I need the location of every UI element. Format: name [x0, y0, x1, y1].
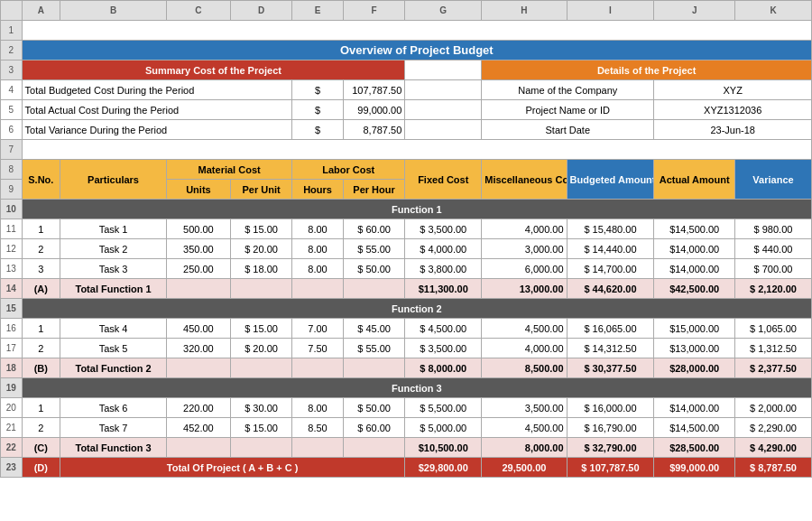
misc-cost-header: Miscellaneous Cost	[482, 160, 567, 200]
f1-t3-sno: 3	[22, 259, 60, 279]
budgeted-cost-label: Total Budgeted Cost During the Period	[22, 80, 292, 100]
f3-t1-per-unit: $ 30.00	[230, 398, 291, 418]
row-num-1: 1	[1, 21, 23, 41]
f1-t1-particulars: Task 1	[60, 219, 167, 239]
f1-t1-sno: 1	[22, 219, 60, 239]
row-num-18: 18	[1, 358, 23, 378]
row-10: 10 Function 1	[1, 200, 812, 219]
f1-t2-sno: 2	[22, 239, 60, 259]
f1-t3-misc: 6,000.00	[482, 259, 567, 279]
row-15: 15 Function 2	[1, 299, 812, 319]
start-date-value: 23-Jun-18	[654, 120, 812, 140]
function3-header: Function 3	[22, 378, 811, 398]
f3-t2-misc: 4,500.00	[482, 418, 567, 438]
tf3-fixed: $10,500.00	[405, 438, 482, 458]
tf1-particulars: Total Function 1	[60, 279, 167, 299]
f1-t3-budgeted: $ 14,700.00	[567, 259, 654, 279]
row-20: 20 1 Task 6 220.00 $ 30.00 8.00 $ 50.00 …	[1, 398, 812, 418]
tf3-per-hour	[343, 438, 404, 458]
f1-t2-misc: 3,000.00	[482, 239, 567, 259]
tf3-actual: $28,500.00	[654, 438, 735, 458]
f1-t1-budgeted: $ 15,480.00	[567, 219, 654, 239]
col-label-h: H	[482, 1, 567, 21]
f1-t2-units: 350.00	[167, 239, 231, 259]
f2-t1-actual: $15,000.00	[654, 319, 735, 339]
f1-t2-fixed: $ 4,000.00	[405, 239, 482, 259]
col-label-k: K	[734, 1, 811, 21]
gt-fixed: $29,800.00	[405, 458, 482, 478]
col-label-g: G	[405, 1, 482, 21]
col-label-f: F	[343, 1, 404, 21]
tf3-units	[167, 438, 231, 458]
gt-actual: $99,000.00	[654, 458, 735, 478]
tf1-actual: $42,500.00	[654, 279, 735, 299]
col-label-e: E	[292, 1, 344, 21]
row-num-22: 22	[1, 438, 23, 458]
f2-t1-particulars: Task 4	[60, 319, 167, 339]
f3-t1-units: 220.00	[167, 398, 231, 418]
gt-particulars: Total Of Project ( A + B + C )	[60, 458, 405, 478]
tf2-actual: $28,000.00	[654, 358, 735, 378]
row6-spacer	[405, 120, 482, 140]
f3-t1-per-hour: $ 50.00	[343, 398, 404, 418]
row-num-5: 5	[1, 100, 23, 120]
f2-t2-per-unit: $ 20.00	[230, 339, 291, 358]
row-11: 11 1 Task 1 500.00 $ 15.00 8.00 $ 60.00 …	[1, 219, 812, 239]
tf3-label: (C)	[22, 438, 60, 458]
f2-t2-units: 320.00	[167, 339, 231, 358]
row-2: 2 Overview of Project Budget	[1, 41, 812, 60]
gt-misc: 29,500.00	[482, 458, 567, 478]
f3-t2-per-hour: $ 60.00	[343, 418, 404, 438]
row-21: 21 2 Task 7 452.00 $ 15.00 8.50 $ 60.00 …	[1, 418, 812, 438]
f2-t1-per-hour: $ 45.00	[343, 319, 404, 339]
per-hour-header: Per Hour	[343, 180, 404, 200]
project-name-value: XYZ1312036	[654, 100, 812, 120]
row-7: 7	[1, 140, 812, 160]
f2-t2-sno: 2	[22, 339, 60, 358]
actual-cost-currency: $	[292, 100, 344, 120]
variance-label: Total Variance During the Period	[22, 120, 292, 140]
f2-t1-budgeted: $ 16,065.00	[567, 319, 654, 339]
tf1-variance: $ 2,120.00	[734, 279, 811, 299]
f1-t1-fixed: $ 3,500.00	[405, 219, 482, 239]
f1-t1-units: 500.00	[167, 219, 231, 239]
gt-label: (D)	[22, 458, 60, 478]
tf2-misc: 8,500.00	[482, 358, 567, 378]
function1-header: Function 1	[22, 200, 811, 219]
tf2-units	[167, 358, 231, 378]
tf2-per-unit	[230, 358, 291, 378]
f3-t1-sno: 1	[22, 398, 60, 418]
row-num-6: 6	[1, 120, 23, 140]
row-num-20: 20	[1, 398, 23, 418]
sno-header: S.No.	[22, 160, 60, 200]
f1-t2-actual: $14,000.00	[654, 239, 735, 259]
f3-t1-particulars: Task 6	[60, 398, 167, 418]
units-header: Units	[167, 180, 231, 200]
budgeted-cost-value: 107,787.50	[343, 80, 404, 100]
f2-t1-units: 450.00	[167, 319, 231, 339]
f1-t3-units: 250.00	[167, 259, 231, 279]
fixed-cost-header: Fixed Cost	[405, 160, 482, 200]
row-num-11: 11	[1, 219, 23, 239]
row-num-7: 7	[1, 140, 23, 160]
col-label-d: D	[230, 1, 291, 21]
f2-t1-per-unit: $ 15.00	[230, 319, 291, 339]
col-label-a: A	[22, 1, 60, 21]
row-18: 18 (B) Total Function 2 $ 8,000.00 8,500…	[1, 358, 812, 378]
start-date-label: Start Date	[482, 120, 654, 140]
row-23: 23 (D) Total Of Project ( A + B + C ) $2…	[1, 458, 812, 478]
f3-t1-variance: $ 2,000.00	[734, 398, 811, 418]
f2-t2-per-hour: $ 55.00	[343, 339, 404, 358]
col-label-b: B	[60, 1, 167, 21]
tf2-fixed: $ 8,000.00	[405, 358, 482, 378]
tf3-budgeted: $ 32,790.00	[567, 438, 654, 458]
row-num-2: 2	[1, 41, 23, 60]
row-num-14: 14	[1, 279, 23, 299]
f2-t1-variance: $ 1,065.00	[734, 319, 811, 339]
col-label-j: J	[654, 1, 735, 21]
row-num-17: 17	[1, 339, 23, 358]
row-num-21: 21	[1, 418, 23, 438]
f1-t2-hours: 8.00	[292, 239, 344, 259]
actual-cost-value: 99,000.00	[343, 100, 404, 120]
row-num-12: 12	[1, 239, 23, 259]
